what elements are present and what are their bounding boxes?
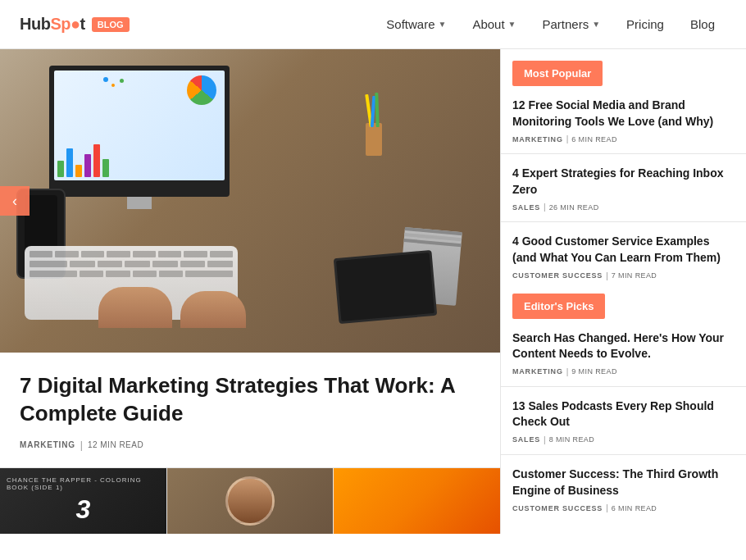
sidebar-read-6: 6 MIN READ <box>612 504 657 512</box>
sidebar-read-5: 8 MIN READ <box>549 435 595 444</box>
sidebar-meta-4: MARKETING | 9 MIN READ <box>512 367 735 376</box>
sidebar-article-2: 4 Expert Strategies for Reaching Inbox Z… <box>501 154 746 222</box>
nav-pricing[interactable]: Pricing <box>615 11 675 38</box>
chevron-down-icon: ▼ <box>508 20 516 29</box>
sidebar-article-5: 13 Sales Podcasts Every Rep Should Check… <box>501 387 746 455</box>
nav-about[interactable]: About ▼ <box>461 11 527 38</box>
hero-meta: MARKETING | 12 MIN READ <box>20 439 480 451</box>
desk-hands <box>82 254 262 328</box>
sidebar-read-1: 6 MIN READ <box>571 135 617 143</box>
sidebar-article-3: 4 Good Customer Service Examples (and Wh… <box>501 222 746 289</box>
hero-image[interactable]: ‹ <box>0 49 500 353</box>
sidebar-category-5: SALES <box>512 435 540 444</box>
main-content: ‹ 7 Digital Marketing Strategies That Wo… <box>0 49 746 534</box>
most-popular-header: Most Popular <box>512 61 603 86</box>
blog-badge[interactable]: Blog <box>92 17 130 32</box>
main-nav: Software ▼ About ▼ Partners ▼ Pricing Bl… <box>375 11 726 38</box>
hubspot-logo[interactable]: HubSp●t <box>20 15 85 34</box>
sidebar-article-4: Search Has Changed. Here's How Your Cont… <box>501 319 746 387</box>
hero-title[interactable]: 7 Digital Marketing Strategies That Work… <box>20 372 480 428</box>
thumb-item-3[interactable] <box>333 468 500 534</box>
sidebar-read-4: 9 MIN READ <box>571 367 617 376</box>
sidebar-category-3: CUSTOMER SUCCESS <box>512 271 603 280</box>
meta-separator: | <box>80 439 83 451</box>
nav-blog[interactable]: Blog <box>679 11 726 38</box>
editors-picks-header: Editor's Picks <box>512 294 605 319</box>
sidebar-meta-2: SALES | 26 MIN READ <box>512 203 735 212</box>
sidebar-meta-6: CUSTOMER SUCCESS | 6 MIN READ <box>512 503 735 512</box>
sidebar-article-title-4[interactable]: Search Has Changed. Here's How Your Cont… <box>512 330 735 362</box>
thumb-item-2[interactable] <box>166 468 334 534</box>
sidebar-category-6: CUSTOMER SUCCESS <box>512 504 603 512</box>
nav-partners[interactable]: Partners ▼ <box>531 11 612 38</box>
hero-category: MARKETING <box>20 440 75 449</box>
desk-tablet <box>334 250 438 324</box>
thumbnail-row: Chance the Rapper - Coloring Book (Side … <box>0 467 500 534</box>
hero-article: ‹ 7 Digital Marketing Strategies That Wo… <box>0 49 500 467</box>
thumb-item-1[interactable]: Chance the Rapper - Coloring Book (Side … <box>0 468 166 534</box>
monitor-stand <box>127 197 152 209</box>
logo-area: HubSp●t Blog <box>20 15 130 34</box>
site-header: HubSp●t Blog Software ▼ About ▼ Partners… <box>0 0 746 49</box>
sidebar-sep-1: | <box>566 134 569 143</box>
hero-read-time: 12 MIN READ <box>88 440 143 449</box>
pencil-cup <box>362 98 385 156</box>
sidebar-meta-1: MARKETING | 6 MIN READ <box>512 134 735 143</box>
hero-image-inner <box>0 49 500 353</box>
sidebar-meta-3: CUSTOMER SUCCESS | 7 MIN READ <box>512 271 735 280</box>
sidebar-article-title-1[interactable]: 12 Free Social Media and Brand Monitorin… <box>512 98 735 130</box>
desk-monitor <box>49 66 230 197</box>
chevron-down-icon: ▼ <box>438 20 446 29</box>
right-sidebar: Most Popular 12 Free Social Media and Br… <box>500 49 746 534</box>
sidebar-meta-5: SALES | 8 MIN READ <box>512 435 735 444</box>
monitor-screen <box>54 71 225 180</box>
sidebar-sep-4: | <box>566 367 569 376</box>
sidebar-category-2: SALES <box>512 203 540 212</box>
hero-content: 7 Digital Marketing Strategies That Work… <box>0 353 500 467</box>
sidebar-article-title-6[interactable]: Customer Success: The Third Growth Engin… <box>512 467 735 499</box>
sidebar-article-1: 12 Free Social Media and Brand Monitorin… <box>501 86 746 154</box>
sidebar-article-title-5[interactable]: 13 Sales Podcasts Every Rep Should Check… <box>512 398 735 430</box>
sidebar-read-3: 7 MIN READ <box>612 271 657 280</box>
sidebar-sep-2: | <box>544 203 546 212</box>
sidebar-category-1: MARKETING <box>512 135 563 143</box>
sidebar-sep-6: | <box>606 503 608 512</box>
sidebar-article-6: Customer Success: The Third Growth Engin… <box>501 455 746 522</box>
sidebar-sep-5: | <box>544 435 546 444</box>
sidebar-article-title-3[interactable]: 4 Good Customer Service Examples (and Wh… <box>512 234 735 266</box>
most-popular-section: Most Popular 12 Free Social Media and Br… <box>501 49 746 290</box>
chevron-down-icon: ▼ <box>592 20 600 29</box>
sidebar-article-title-2[interactable]: 4 Expert Strategies for Reaching Inbox Z… <box>512 166 735 198</box>
editors-picks-section: Editor's Picks Search Has Changed. Here'… <box>501 290 746 523</box>
sidebar-category-4: MARKETING <box>512 367 563 376</box>
sidebar-sep-3: | <box>606 271 608 280</box>
sidebar-read-2: 26 MIN READ <box>549 203 599 212</box>
prev-article-button[interactable]: ‹ <box>0 186 30 216</box>
nav-software[interactable]: Software ▼ <box>375 11 457 38</box>
left-column: ‹ 7 Digital Marketing Strategies That Wo… <box>0 49 500 534</box>
